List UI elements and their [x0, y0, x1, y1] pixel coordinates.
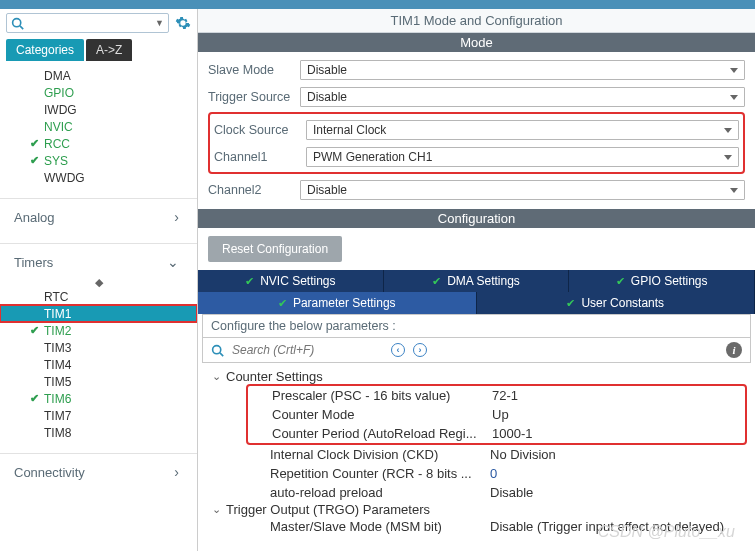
clock-source-label: Clock Source: [214, 123, 306, 137]
subtab-gpio-settings[interactable]: ✔GPIO Settings: [569, 270, 755, 292]
section-analog[interactable]: Analog›: [0, 203, 197, 231]
param-value[interactable]: No Division: [490, 447, 747, 462]
svg-point-2: [213, 345, 221, 353]
param-row[interactable]: Counter ModeUp: [248, 405, 745, 424]
tree-item-label: TIM2: [44, 324, 71, 338]
tree-item-tim5[interactable]: TIM5: [0, 373, 197, 390]
slave-mode-select[interactable]: Disable: [300, 60, 745, 80]
tree-item-rcc[interactable]: ✔RCC: [0, 135, 197, 152]
collapse-icon: ⌄: [206, 503, 226, 516]
tree-item-dma[interactable]: DMA: [0, 67, 197, 84]
param-label: Internal Clock Division (CKD): [256, 447, 490, 462]
subtab-user-constants[interactable]: ✔User Constants: [477, 292, 756, 314]
mode-band: Mode: [198, 33, 755, 52]
tree-item-wwdg[interactable]: WWDG: [0, 169, 197, 186]
sidebar-search[interactable]: ▼: [6, 13, 169, 33]
slave-mode-label: Slave Mode: [208, 63, 300, 77]
tree-item-tim4[interactable]: TIM4: [0, 356, 197, 373]
tree-item-label: TIM3: [44, 341, 71, 355]
param-value[interactable]: Disable (Trigger input effect not delaye…: [490, 519, 747, 534]
group-trgo[interactable]: ⌄Trigger Output (TRGO) Parameters: [206, 502, 747, 517]
check-icon: ✔: [245, 275, 254, 288]
param-search-input[interactable]: [232, 343, 383, 357]
param-label: Repetition Counter (RCR - 8 bits ...: [256, 466, 490, 481]
svg-point-0: [13, 18, 21, 26]
check-icon: ✔: [30, 324, 39, 337]
tree-item-label: TIM5: [44, 375, 71, 389]
tree-item-label: SYS: [44, 154, 68, 168]
check-icon: ✔: [278, 297, 287, 310]
param-label: auto-reload preload: [256, 485, 490, 500]
check-icon: ✔: [616, 275, 625, 288]
chevron-right-icon: ›: [174, 464, 179, 480]
check-icon: ✔: [566, 297, 575, 310]
tree-item-gpio[interactable]: GPIO: [0, 84, 197, 101]
param-value[interactable]: 0: [490, 466, 747, 481]
tree-item-tim7[interactable]: TIM7: [0, 407, 197, 424]
channel2-select[interactable]: Disable: [300, 180, 745, 200]
param-value[interactable]: 1000-1: [492, 426, 745, 441]
channel1-select[interactable]: PWM Generation CH1: [306, 147, 739, 167]
page-title: TIM1 Mode and Configuration: [198, 9, 755, 33]
tree-item-tim2[interactable]: ✔TIM2: [0, 322, 197, 339]
subtab-dma-settings[interactable]: ✔DMA Settings: [384, 270, 570, 292]
param-value[interactable]: 72-1: [492, 388, 745, 403]
trigger-source-select[interactable]: Disable: [300, 87, 745, 107]
param-row[interactable]: Prescaler (PSC - 16 bits value)72-1: [248, 386, 745, 405]
gear-icon[interactable]: [175, 15, 191, 31]
tree-item-tim6[interactable]: ✔TIM6: [0, 390, 197, 407]
param-label: Counter Mode: [258, 407, 492, 422]
tree-item-label: TIM8: [44, 426, 71, 440]
param-label: Prescaler (PSC - 16 bits value): [258, 388, 492, 403]
param-value[interactable]: Up: [492, 407, 745, 422]
subtab-nvic-settings[interactable]: ✔NVIC Settings: [198, 270, 384, 292]
tree-item-rtc[interactable]: RTC: [0, 288, 197, 305]
subtab-label: NVIC Settings: [260, 274, 335, 288]
chevron-down-icon[interactable]: ▼: [155, 18, 164, 28]
sort-handle-icon[interactable]: ◆: [0, 278, 197, 286]
tree-item-nvic[interactable]: NVIC: [0, 118, 197, 135]
svg-line-3: [220, 352, 223, 355]
svg-line-1: [20, 25, 23, 28]
tree-item-sys[interactable]: ✔SYS: [0, 152, 197, 169]
param-value[interactable]: Disable: [490, 485, 747, 500]
collapse-icon: ⌄: [206, 370, 226, 383]
section-connectivity[interactable]: Connectivity›: [0, 458, 197, 486]
search-prev-icon[interactable]: ‹: [391, 343, 405, 357]
check-icon: ✔: [30, 137, 39, 150]
subtab-label: Parameter Settings: [293, 296, 396, 310]
param-label: Master/Slave Mode (MSM bit): [256, 519, 490, 534]
param-row[interactable]: Counter Period (AutoReload Regi...1000-1: [248, 424, 745, 443]
tree-item-tim3[interactable]: TIM3: [0, 339, 197, 356]
param-label: Counter Period (AutoReload Regi...: [258, 426, 492, 441]
tree-item-label: GPIO: [44, 86, 74, 100]
tree-item-iwdg[interactable]: IWDG: [0, 101, 197, 118]
tab-categories[interactable]: Categories: [6, 39, 84, 61]
search-icon: [11, 17, 24, 30]
chevron-right-icon: ›: [174, 209, 179, 225]
search-icon: [211, 344, 224, 357]
trigger-source-label: Trigger Source: [208, 90, 300, 104]
tree-item-tim1[interactable]: TIM1: [0, 305, 197, 322]
tree-item-label: TIM7: [44, 409, 71, 423]
reset-configuration-button[interactable]: Reset Configuration: [208, 236, 342, 262]
search-next-icon[interactable]: ›: [413, 343, 427, 357]
param-row[interactable]: Repetition Counter (RCR - 8 bits ...0: [206, 464, 747, 483]
tree-item-label: RCC: [44, 137, 70, 151]
section-timers[interactable]: Timers⌄: [0, 248, 197, 276]
tab-alpha[interactable]: A->Z: [86, 39, 132, 61]
subtab-parameter-settings[interactable]: ✔Parameter Settings: [198, 292, 477, 314]
channel2-label: Channel2: [208, 183, 300, 197]
check-icon: ✔: [432, 275, 441, 288]
param-row[interactable]: Master/Slave Mode (MSM bit)Disable (Trig…: [206, 517, 747, 536]
subtab-label: GPIO Settings: [631, 274, 708, 288]
tree-item-label: RTC: [44, 290, 68, 304]
group-counter-settings[interactable]: ⌄Counter Settings: [206, 369, 747, 384]
tree-item-tim8[interactable]: TIM8: [0, 424, 197, 441]
param-row[interactable]: auto-reload preloadDisable: [206, 483, 747, 502]
info-icon[interactable]: i: [726, 342, 742, 358]
sidebar-search-input[interactable]: [24, 16, 155, 30]
clock-source-select[interactable]: Internal Clock: [306, 120, 739, 140]
tree-item-label: IWDG: [44, 103, 77, 117]
param-row[interactable]: Internal Clock Division (CKD)No Division: [206, 445, 747, 464]
